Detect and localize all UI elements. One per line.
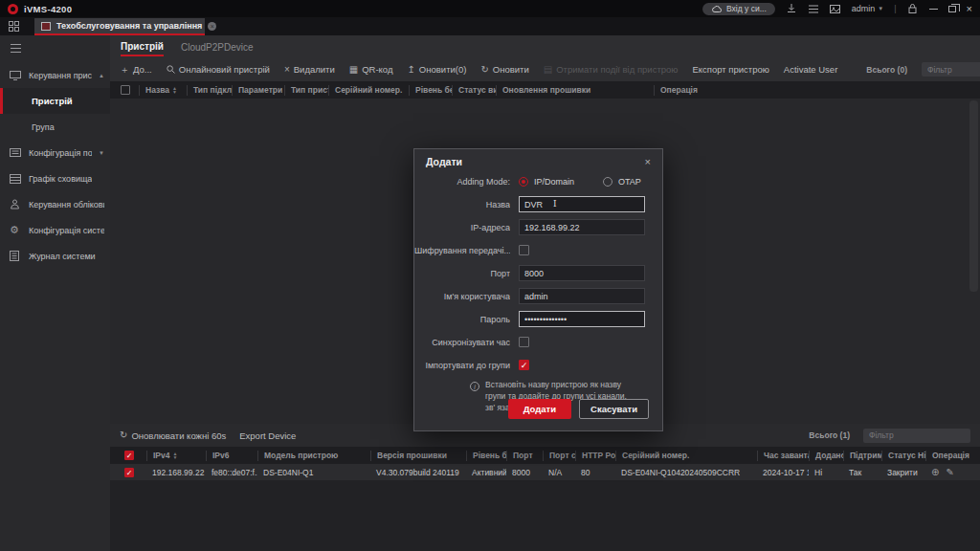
name-input[interactable]	[519, 196, 645, 212]
maintenance-tab-label: Техобслуговування та управління	[56, 21, 202, 31]
col-operation[interactable]: Операція	[925, 451, 980, 461]
app-title: iVMS-4200	[24, 4, 72, 14]
col-network-params[interactable]: Параметри мер...	[232, 85, 284, 96]
sidebar-item-label: Керування пристроєм	[29, 71, 92, 80]
radio-ip-domain[interactable]	[519, 177, 528, 187]
cell-firmware: V4.30.079build 240119	[370, 468, 466, 477]
sort-icons[interactable]: ▲▼	[172, 86, 177, 94]
restore-button[interactable]	[948, 6, 956, 12]
tab-close-icon[interactable]: ×	[208, 22, 216, 31]
document-tab-bar: Техобслуговування та управління ×	[0, 17, 980, 35]
ip-input[interactable]	[519, 219, 645, 235]
device-filter-input[interactable]	[922, 62, 980, 77]
cloud-login-button[interactable]: Вхід у си...	[702, 3, 775, 15]
tab-cloudp2pdevice[interactable]: CloudP2PDevice	[181, 38, 254, 55]
download-icon[interactable]	[786, 3, 797, 14]
sidebar-item-account-management[interactable]: Керування обліковими за...	[0, 191, 110, 217]
delete-button[interactable]: × Видалити	[284, 64, 335, 75]
refresh-button[interactable]: ↻ Оновити	[480, 64, 528, 75]
col-serial[interactable]: Серійний номер.	[328, 85, 409, 96]
tab-device[interactable]: Пристрій	[121, 37, 164, 56]
screenshot-icon[interactable]	[830, 3, 841, 14]
sync-time-checkbox[interactable]	[519, 337, 529, 347]
sidebar-item-group[interactable]: Група	[0, 114, 110, 140]
sidebar-collapse-button[interactable]	[0, 35, 110, 62]
col-device-type[interactable]: Тип пристрою	[284, 85, 328, 96]
col-ipv6[interactable]: IPv6	[206, 451, 257, 461]
tab-maintenance-management[interactable]: Техобслуговування та управління ×	[34, 18, 205, 35]
col-supported[interactable]: Підтрим...	[843, 451, 881, 461]
upgrade-button[interactable]: ↥ Оновити(0)	[407, 64, 466, 75]
username-input[interactable]	[519, 288, 645, 304]
col-firmware-upgrade[interactable]: Оновлення прошивки	[496, 85, 654, 96]
get-events-button[interactable]: ▤ Отримати події від пристрою	[544, 64, 679, 75]
device-table-header: Назва ▲▼ Тип підклю... Параметри мер... …	[110, 81, 980, 99]
col-hik-status[interactable]: Статус Hi...	[881, 451, 925, 461]
col-boot-time[interactable]: Час завантаже...	[757, 451, 809, 461]
col-connection-type[interactable]: Тип підклю...	[187, 85, 232, 96]
activate-user-button[interactable]: Activate User	[784, 64, 838, 75]
add-device-button[interactable]: ＋ До...	[120, 64, 152, 75]
import-group-checkbox[interactable]: ✓	[519, 360, 529, 370]
user-name: admin	[852, 4, 876, 13]
sidebar-item-event-configuration[interactable]: Конфігурація події ▼	[0, 140, 110, 165]
col-name[interactable]: Назва ▲▼	[139, 85, 187, 96]
sidebar-item-system-configuration[interactable]: ⚙ Конфігурація системи	[0, 217, 110, 243]
online-device-button[interactable]: Онлайновий пристрій	[167, 64, 270, 75]
sidebar-item-device[interactable]: Пристрій	[0, 88, 110, 114]
radio-ip-domain-label: IP/Domain	[534, 177, 574, 187]
cell-ipv4: 192.168.99.22	[146, 468, 206, 477]
cancel-button[interactable]: Скасувати	[579, 399, 649, 419]
cloud-login-label: Вхід у си...	[726, 4, 767, 13]
col-security-level[interactable]: Рівень безп...	[409, 85, 452, 96]
col-http-port[interactable]: HTTP Port	[575, 451, 615, 461]
qr-code-button[interactable]: ▦ QR-код	[349, 64, 393, 75]
radio-otap[interactable]	[603, 177, 612, 187]
col-device-model[interactable]: Модель пристрою	[257, 451, 370, 461]
network-globe-icon[interactable]: ⊕	[931, 467, 939, 477]
user-menu[interactable]: admin ▼	[852, 4, 883, 13]
col-security[interactable]: Рівень б...	[466, 451, 506, 461]
refresh-icon: ↻	[480, 65, 488, 75]
sidebar-item-storage-schedule[interactable]: Графік сховища	[0, 165, 110, 191]
col-serial-number[interactable]: Серійний номер.	[615, 451, 757, 461]
col-operation[interactable]: Операція	[654, 85, 980, 96]
edit-pencil-icon[interactable]: ✎	[946, 467, 953, 477]
dialog-close-icon[interactable]: ×	[645, 156, 651, 167]
sidebar-item-device-management[interactable]: Керування пристроєм ▲	[0, 62, 110, 88]
vertical-scrollbar[interactable]	[969, 100, 978, 292]
sidebar-item-label: Група	[32, 122, 55, 132]
select-all-checkbox[interactable]	[121, 85, 130, 95]
col-usage-status[interactable]: Статус вико...	[452, 85, 496, 96]
port-input[interactable]	[519, 265, 645, 281]
online-device-row[interactable]: ✓ 192.168.99.22 fe80::de07:f... DS-E04NI…	[110, 464, 980, 480]
cell-http-port: 80	[575, 468, 615, 477]
export-device-label: Експорт пристрою	[692, 64, 768, 75]
document-icon: ▤	[544, 65, 552, 75]
password-input[interactable]	[519, 311, 645, 327]
export-online-device-button[interactable]: Export Device	[239, 430, 296, 441]
sidebar-item-system-log[interactable]: Журнал системи	[0, 243, 110, 269]
apps-grid-icon[interactable]	[0, 17, 27, 35]
row-checkbox[interactable]: ✓	[124, 468, 134, 477]
info-icon: i	[470, 382, 479, 391]
select-all-online-checkbox[interactable]: ✓	[124, 451, 134, 460]
minimize-button[interactable]	[929, 9, 938, 10]
add-button[interactable]: Додати	[508, 399, 571, 419]
add-device-dialog: Додати × Adding Mode: IP/Domain OTAP Наз…	[413, 148, 663, 431]
auto-refresh-button[interactable]: ↻ Оновлювати кожні 60s	[120, 430, 226, 441]
log-icon	[10, 251, 22, 261]
col-service-port[interactable]: Порт слу...	[543, 451, 575, 461]
task-list-icon[interactable]	[808, 3, 819, 14]
export-device-button[interactable]: Експорт пристрою	[692, 64, 768, 75]
close-button[interactable]: ×	[967, 3, 972, 14]
col-port[interactable]: Порт	[506, 451, 543, 461]
col-added[interactable]: Додано	[809, 451, 843, 461]
encryption-checkbox[interactable]	[519, 245, 529, 255]
col-name-label: Назва	[145, 85, 169, 96]
col-firmware-version[interactable]: Версія прошивки	[370, 451, 466, 461]
col-ipv4[interactable]: IPv4 ▲▼	[146, 451, 206, 461]
lock-icon[interactable]	[907, 3, 919, 14]
sort-icons[interactable]: ▲▼	[173, 452, 178, 459]
online-filter-input[interactable]	[863, 429, 970, 443]
